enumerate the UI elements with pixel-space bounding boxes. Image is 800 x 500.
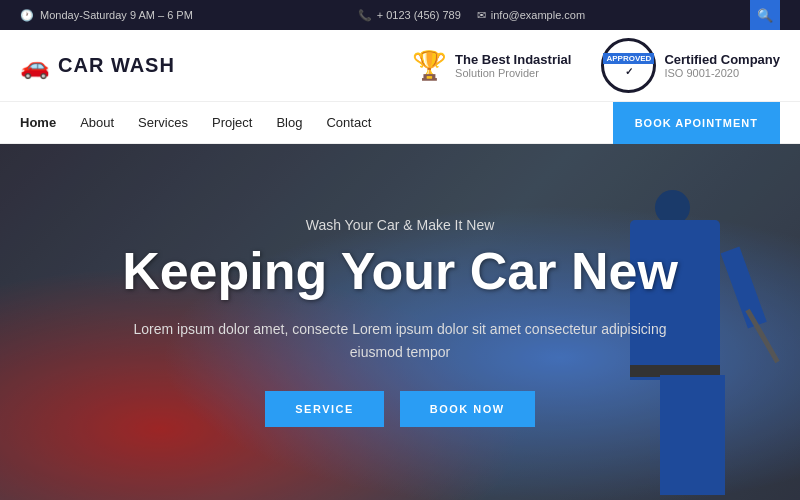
header: 🚗 CAR WASH 🏆 The Best Indastrial Solutio… xyxy=(0,30,800,102)
badge-industrial-title: The Best Indastrial xyxy=(455,52,571,67)
logo[interactable]: 🚗 CAR WASH xyxy=(20,52,175,80)
book-now-button[interactable]: BOOK NOW xyxy=(400,391,535,427)
badge-industrial-sub: Solution Provider xyxy=(455,67,571,79)
phone-icon: 📞 xyxy=(358,9,372,22)
service-button[interactable]: SERVICE xyxy=(265,391,384,427)
stamp: APPROVED ✓ xyxy=(601,38,656,93)
email-info: ✉ info@example.com xyxy=(477,9,585,22)
nav-links: Home About Services Project Blog Contact xyxy=(20,115,371,130)
hero-subtitle: Wash Your Car & Make It New xyxy=(120,217,680,233)
top-bar-left: 🕐 Monday-Saturday 9 AM – 6 PM xyxy=(20,9,193,22)
stamp-approved: APPROVED xyxy=(603,53,654,65)
phone-info: 📞 + 0123 (456) 789 xyxy=(358,9,461,22)
navigation: Home About Services Project Blog Contact… xyxy=(0,102,800,144)
top-bar-center: 📞 + 0123 (456) 789 ✉ info@example.com xyxy=(358,9,585,22)
hero-title: Keeping Your Car New xyxy=(120,243,680,300)
nav-about[interactable]: About xyxy=(80,115,114,130)
badge-certified-title: Certified Company xyxy=(664,52,780,67)
business-hours: Monday-Saturday 9 AM – 6 PM xyxy=(40,9,193,21)
nav-services[interactable]: Services xyxy=(138,115,188,130)
badge-industrial-info: The Best Indastrial Solution Provider xyxy=(455,52,571,79)
badge-industrial: 🏆 The Best Indastrial Solution Provider xyxy=(412,49,571,82)
phone-number: + 0123 (456) 789 xyxy=(377,9,461,21)
search-icon: 🔍 xyxy=(757,8,773,23)
email-icon: ✉ xyxy=(477,9,486,22)
stamp-check: ✓ xyxy=(625,66,633,78)
top-bar: 🕐 Monday-Saturday 9 AM – 6 PM 📞 + 0123 (… xyxy=(0,0,800,30)
badge-certified-sub: ISO 9001-2020 xyxy=(664,67,780,79)
book-appointment-button[interactable]: BOOK APOINTMENT xyxy=(613,102,780,144)
hero-buttons: SERVICE BOOK NOW xyxy=(120,391,680,427)
logo-text: CAR WASH xyxy=(58,54,175,77)
hours-icon: 🕐 xyxy=(20,9,34,22)
logo-icon: 🚗 xyxy=(20,52,50,80)
badge-certified-info: Certified Company ISO 9001-2020 xyxy=(664,52,780,79)
header-badges: 🏆 The Best Indastrial Solution Provider … xyxy=(412,38,780,93)
trophy-icon: 🏆 xyxy=(412,49,447,82)
email-address: info@example.com xyxy=(491,9,585,21)
nav-home[interactable]: Home xyxy=(20,115,56,130)
hero-content: Wash Your Car & Make It New Keeping Your… xyxy=(100,217,700,427)
nav-contact[interactable]: Contact xyxy=(326,115,371,130)
hero-description: Lorem ipsum dolor amet, consecte Lorem i… xyxy=(120,318,680,363)
nav-project[interactable]: Project xyxy=(212,115,252,130)
search-button[interactable]: 🔍 xyxy=(750,0,780,30)
hero-section: Wash Your Car & Make It New Keeping Your… xyxy=(0,144,800,500)
nav-blog[interactable]: Blog xyxy=(276,115,302,130)
badge-certified: APPROVED ✓ Certified Company ISO 9001-20… xyxy=(601,38,780,93)
